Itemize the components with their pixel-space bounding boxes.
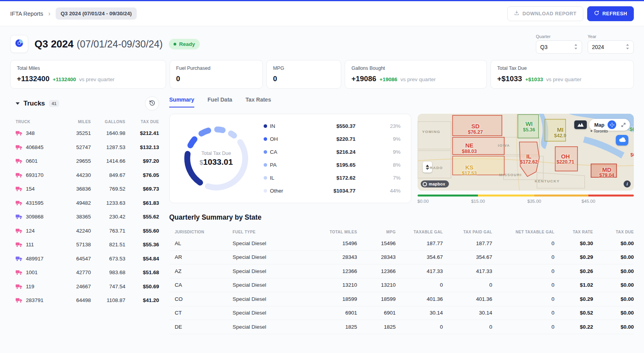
tax-map[interactable]: Map mapbox i SD <box>418 114 634 191</box>
stat-gallons-bought: Gallons Bought +19086+19086vs prev quart… <box>345 60 487 89</box>
state-col-header: TAX PAID GAL <box>443 230 492 234</box>
state-cell: 18599 <box>357 296 396 302</box>
truck-row[interactable]: 11157138821.51$55.36 <box>16 238 159 252</box>
state-cell: 1825 <box>314 324 357 330</box>
legend-dot-icon <box>264 124 267 128</box>
truck-icon <box>16 270 22 275</box>
state-col-header: JURISDICTION <box>175 230 233 234</box>
tab-summary[interactable]: Summary <box>169 96 194 107</box>
legend-state: IL <box>270 175 286 181</box>
truck-tax-due: $50.69 <box>125 284 159 289</box>
download-icon <box>514 10 519 17</box>
truck-tax-due: $212.41 <box>125 130 159 136</box>
truck-row[interactable]: 69317044230849.67$76.05 <box>16 168 159 182</box>
truck-tax-due: $76.05 <box>125 172 159 178</box>
map-style-control[interactable]: Map <box>589 119 630 131</box>
expand-icon[interactable] <box>619 121 627 129</box>
truck-id: 283791 <box>26 297 43 303</box>
zoom-in-icon[interactable] <box>426 165 429 167</box>
truck-miles: 64547 <box>63 256 91 262</box>
legend-dot-icon <box>264 189 267 193</box>
legend-state: PA <box>270 162 286 168</box>
truck-history-button[interactable] <box>145 96 159 111</box>
map-zoom-control[interactable] <box>423 162 432 173</box>
truck-row[interactable]: 11924667747.54$50.69 <box>16 280 159 294</box>
truck-row[interactable]: 12442240763.71$55.60 <box>16 224 159 238</box>
page-title: Q3 2024 (07/01/24-09/30/24) <box>34 38 163 50</box>
col-truck: TRUCK <box>16 120 63 124</box>
weather-layer-button[interactable] <box>616 135 628 146</box>
truck-icon <box>16 284 22 289</box>
refresh-label: REFRESH <box>602 11 627 16</box>
stat-total-miles: Total Miles +1132400+1132400vs prev quar… <box>10 60 166 89</box>
legend-state: Other <box>270 188 286 194</box>
truck-row[interactable]: 348352511640.98$212.41 <box>16 126 159 140</box>
tax-donut: Total Tax Due $1033.01 <box>180 122 253 195</box>
state-cell: AR <box>175 254 233 260</box>
legend-percent: 9% <box>373 136 401 142</box>
state-cell: Special Diesel <box>233 310 314 316</box>
mapbox-attribution[interactable]: mapbox <box>421 180 449 187</box>
zoom-out-icon[interactable] <box>426 168 429 170</box>
donut-title: Total Tax Due <box>201 151 231 156</box>
truck-row[interactable]: 30986838365230.42$55.62 <box>16 210 159 224</box>
quarter-select-group: Quarter Q3 <box>536 34 582 54</box>
year-select[interactable]: 2024 <box>588 40 634 54</box>
truck-gallons: 983.68 <box>91 269 125 275</box>
year-label: Year <box>588 34 634 39</box>
stat-mpg: MPG 0 <box>266 60 341 89</box>
state-cell: 0 <box>443 324 492 330</box>
map-terrain-button[interactable] <box>574 120 587 129</box>
state-cell: Special Diesel <box>233 240 314 246</box>
stat-label: Gallons Bought <box>351 66 480 71</box>
stat-delta-suffix: vs prev quarter <box>546 76 581 82</box>
status-badge: Ready <box>169 39 200 49</box>
report-detail-panel: Summary Fuel Data Tax Rates Total Tax Du… <box>169 96 634 334</box>
state-cell: 417.33 <box>396 268 443 274</box>
truck-row[interactable]: 406845527471287.53$132.13 <box>16 140 159 155</box>
refresh-button[interactable]: REFRESH <box>587 6 634 21</box>
chevron-updown-icon <box>574 44 578 51</box>
download-report-button[interactable]: DOWNLOAD REPORT <box>507 6 583 21</box>
legend-dot-icon <box>264 137 267 141</box>
truck-row[interactable]: 100142770983.68$51.68 <box>16 266 159 280</box>
state-table-body: ALSpecial Diesel1549615496187.77187.770$… <box>169 237 634 334</box>
scale-label: $15.00 <box>471 199 485 204</box>
truck-gallons: 1287.53 <box>91 144 125 150</box>
truck-row[interactable]: 48991764547673.53$54.84 <box>16 252 159 266</box>
truck-row[interactable]: 431595494821233.63$61.83 <box>16 196 159 210</box>
state-cell: $0.00 <box>593 296 634 302</box>
breadcrumb-ifta-reports[interactable]: IFTA Reports <box>10 11 43 17</box>
truck-row[interactable]: 283791644981108.87$41.20 <box>16 293 159 308</box>
quarter-select[interactable]: Q3 <box>536 40 582 54</box>
legend-row: IN$550.3723% <box>264 120 401 133</box>
truck-miles: 35251 <box>63 130 91 136</box>
truck-tax-due: $55.36 <box>125 242 159 247</box>
map-info-button[interactable]: i <box>624 180 631 187</box>
state-cell: 30.14 <box>396 310 443 316</box>
tab-tax-rates[interactable]: Tax Rates <box>246 96 271 107</box>
stat-fuel-purchased: Fuel Purchased 0 <box>170 60 263 89</box>
topbar: IFTA Reports › Q3 2024 (07/01/24 - 09/30… <box>0 1 644 26</box>
legend-amount: $550.37 <box>286 123 373 129</box>
main-content: Trucks 41 TRUCK MILES GALLONS TAX DUE 34… <box>0 89 644 334</box>
truck-row[interactable]: 15436836769.52$69.73 <box>16 182 159 196</box>
state-col-header: TAXABLE GAL <box>396 230 443 234</box>
truck-row[interactable]: 0601296551414.66$97.20 <box>16 154 159 168</box>
truck-miles: 24667 <box>63 284 91 289</box>
state-col-header: TAX DUE <box>593 230 634 234</box>
truck-icon <box>16 256 22 261</box>
state-cell: $0.29 <box>554 254 593 260</box>
scale-label: $45.00 <box>581 199 595 204</box>
state-cell: 0 <box>492 254 555 260</box>
collapse-caret-icon[interactable] <box>16 102 20 105</box>
state-cell: 0 <box>443 282 492 288</box>
truck-id: 431595 <box>26 200 43 206</box>
donut-total-value: 1033.01 <box>203 157 233 166</box>
pan-icon[interactable] <box>608 120 616 129</box>
truck-tax-due: $54.84 <box>125 256 159 262</box>
col-tax-due: TAX DUE <box>125 120 159 124</box>
summary-cards-row: Total Tax Due $1033.01 IN$550.3723%OH$22… <box>169 114 634 206</box>
tab-fuel-data[interactable]: Fuel Data <box>208 96 232 107</box>
state-cell: 1825 <box>357 324 396 330</box>
